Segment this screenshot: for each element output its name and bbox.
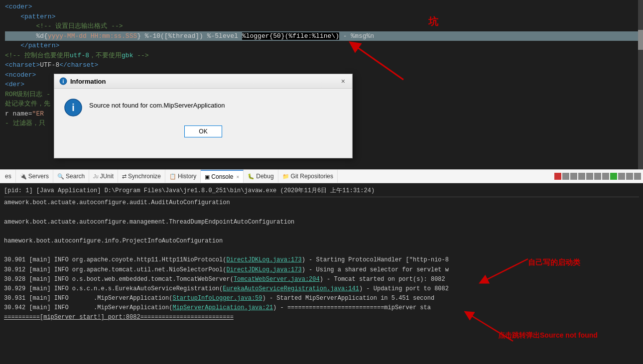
ctrl-btn-8[interactable]: [610, 173, 617, 180]
svg-text:i: i: [63, 79, 64, 84]
tab-git-icon: 📁: [282, 173, 289, 180]
ctrl-btn-5[interactable]: [586, 173, 593, 180]
console-line-6: 30.928 [main] INFO o.s.boot.web.embedded…: [4, 275, 639, 284]
svg-text:i: i: [72, 102, 75, 113]
stop-button[interactable]: [554, 173, 561, 180]
console-line-1: amework.boot.actuate.autoconfigure.audit…: [4, 198, 639, 208]
tab-synchronize[interactable]: ⇄ Synchronize: [118, 170, 165, 183]
console-line-2: amework.boot.actuate.autoconfigure.manag…: [4, 218, 639, 227]
tab-search[interactable]: 🔍 Search: [53, 170, 89, 183]
ctrl-btn-9[interactable]: [618, 173, 625, 180]
console-header: [pid: 1] [Java Application] D:\Program F…: [4, 185, 639, 197]
ctrl-btn-4[interactable]: [578, 173, 585, 180]
tab-servers-label: Servers: [28, 173, 49, 180]
console-line-4: 30.901 [main] INFO org.apache.coyote.htt…: [4, 255, 639, 265]
tab-es-label: es: [5, 173, 11, 180]
ctrl-btn-2[interactable]: [562, 173, 569, 180]
editor-scrollbar[interactable]: [638, 0, 643, 169]
console-line-blank3: [4, 246, 639, 255]
console-line-7: 30.929 [main] INFO o.s.c.n.e.s.EurekaAut…: [4, 284, 639, 294]
console-line-8: 30.931 [main] INFO .MipServerApplication…: [4, 294, 639, 303]
tab-debug[interactable]: 🐛 Debug: [244, 170, 278, 183]
dialog-information: i Information × i Source not found for c…: [54, 74, 353, 158]
dialog-footer: OK: [54, 121, 352, 141]
link-direct-jdk-1[interactable]: DirectJDKLog.java:173: [226, 256, 301, 263]
tab-es[interactable]: es: [1, 170, 16, 183]
console-line-5: 30.912 [main] INFO org.apache.tomcat.uti…: [4, 265, 639, 275]
tab-servers-icon: 🔌: [20, 173, 27, 180]
tab-console-icon: ▣: [205, 174, 210, 180]
dialog-body: i Source not found for com.MipServerAppl…: [54, 89, 352, 121]
ctrl-btn-6[interactable]: [594, 173, 601, 180]
dialog-title-left: i Information: [59, 77, 106, 85]
tab-junit[interactable]: Ju JUnit: [89, 170, 118, 183]
tab-junit-label: JUnit: [100, 173, 114, 180]
ctrl-btn-7[interactable]: [602, 173, 609, 180]
tab-console-close[interactable]: ×: [236, 174, 239, 180]
tab-bar: es 🔌 Servers 🔍 Search Ju JUnit ⇄ Synchro…: [0, 169, 643, 183]
console-line-blank1: [4, 208, 639, 217]
link-direct-jdk-2[interactable]: DirectJDKLog.java:173: [226, 266, 301, 273]
tab-junit-icon: Ju: [93, 174, 99, 179]
ctrl-btn-11[interactable]: [634, 173, 641, 180]
tab-search-icon: 🔍: [57, 173, 64, 180]
tab-search-label: Search: [66, 173, 85, 180]
ctrl-btn-3[interactable]: [570, 173, 577, 180]
ctrl-btn-10[interactable]: [626, 173, 633, 180]
tab-history-icon: 📋: [169, 173, 176, 180]
dialog-titlebar: i Information ×: [54, 74, 352, 89]
dialog-title-text: Information: [70, 78, 106, 85]
tab-bar-controls: [554, 173, 641, 180]
dialog-ok-button[interactable]: OK: [184, 125, 222, 137]
tab-sync-icon: ⇄: [122, 173, 127, 180]
dialog-message: Source not found for com.MipServerApplic…: [89, 99, 225, 109]
tab-debug-label: Debug: [256, 173, 273, 180]
tab-servers[interactable]: 🔌 Servers: [16, 170, 53, 183]
tab-history-label: History: [178, 173, 196, 180]
console-line-9: 30.942 [main] INFO .MipServerApplication…: [4, 303, 639, 313]
annotation-kun: 坑: [428, 15, 438, 28]
tab-console-label: Console: [211, 173, 233, 180]
console-line-3: hamework.boot.autoconfigure.info.Project…: [4, 237, 639, 246]
dialog-title-icon: i: [59, 77, 67, 85]
tab-console[interactable]: ▣ Console ×: [201, 170, 244, 183]
console-area: [pid: 1] [Java Application] D:\Program F…: [0, 183, 643, 363]
console-line-blank2: [4, 227, 639, 237]
tab-git[interactable]: 📁 Git Repositories: [278, 170, 338, 183]
link-eureka[interactable]: EurekaAutoServiceRegistration.java:141: [223, 285, 359, 292]
dialog-info-icon: i: [64, 99, 82, 117]
link-startup-info[interactable]: StartupInfoLogger.java:59: [172, 295, 262, 302]
tab-sync-label: Synchronize: [128, 173, 161, 180]
tab-history[interactable]: 📋 History: [165, 170, 201, 183]
tab-debug-icon: 🐛: [248, 173, 255, 180]
link-tomcat-web-server[interactable]: TomcatWebServer.java:204: [234, 276, 320, 283]
tab-git-label: Git Repositories: [291, 173, 333, 180]
console-line-10: ==========[mipServer start!] port:8082==…: [4, 313, 639, 322]
dialog-close-button[interactable]: ×: [339, 77, 347, 85]
link-mip-server-app[interactable]: MipServerApplication.java:21: [172, 304, 273, 311]
